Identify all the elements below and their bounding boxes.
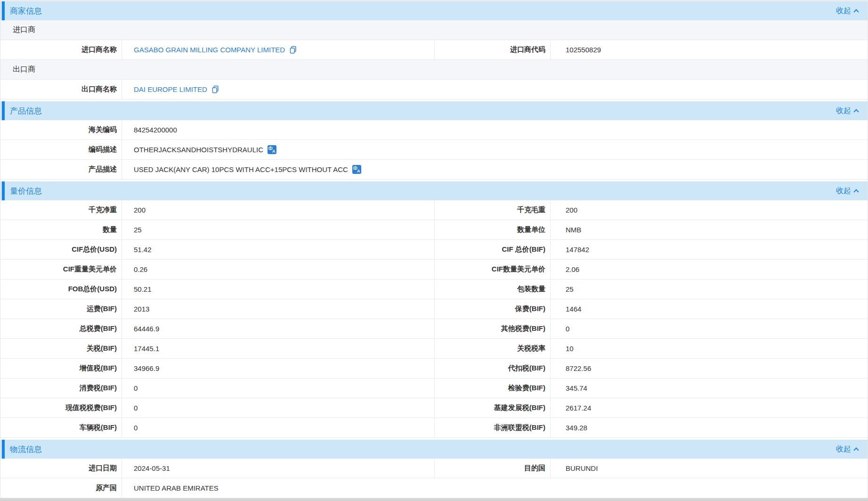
row-value-right: 200 [551, 200, 868, 220]
exporter-name-cell: DAI EUROPE LIMITED [122, 80, 868, 99]
product-desc-cell: USED JACK(ANY CAR) 10PCS WITH ACC+15PCS … [122, 160, 868, 179]
row-value-right: 2.06 [551, 260, 868, 279]
row-label-right: 基建发展税(BIF) [435, 398, 551, 418]
row-label-right: 关税税率 [435, 339, 551, 358]
import-date-value: 2024-05-31 [122, 459, 435, 478]
collapse-label: 收起 [836, 444, 851, 454]
importer-name-cell: GASABO GRAIN MILLING COMPANY LIMITED [122, 40, 435, 59]
section-price: 量价信息 收起 千克净重 200 千克毛重 200 数量 25 数量单位 NMB… [0, 181, 868, 438]
row-value-right: 10 [551, 339, 868, 358]
row-label-left: 车辆税(BIF) [0, 418, 122, 437]
section-logistics: 物流信息 收起 进口日期 2024-05-31 目的国 BURUNDI 原产国 … [0, 440, 868, 498]
collapse-label: 收起 [836, 6, 851, 16]
collapse-toggle-price[interactable]: 收起 [836, 186, 868, 196]
product-desc-label: 产品描述 [0, 160, 122, 179]
hs-code-label: 海关编码 [0, 120, 122, 140]
row-label-left: 消费税(BIF) [0, 378, 122, 398]
row-value-right: 147842 [551, 240, 868, 259]
row-value-left: 2013 [122, 299, 435, 319]
origin-country-label: 原产国 [0, 478, 122, 498]
section-accent-bar [2, 181, 5, 200]
table-row: 总税费(BIF) 64446.9 其他税费(BIF) 0 [0, 319, 868, 339]
row-value-right: 345.74 [551, 378, 868, 398]
row-value-right: 25 [551, 279, 868, 299]
merchant-section-header: 商家信息 收起 [0, 1, 868, 20]
translate-icon[interactable]: A [352, 165, 361, 174]
row-value-left: 25 [122, 220, 435, 239]
table-row: 进口日期 2024-05-31 目的国 BURUNDI [0, 459, 868, 478]
section-accent-bar [2, 440, 5, 459]
trade-record-page: 商家信息 收起 进口商 进口商名称 GASABO GRAIN MILLING C… [0, 0, 868, 501]
row-label-left: 数量 [0, 220, 122, 239]
row-value-right: 8722.56 [551, 359, 868, 378]
row-label-right: 代扣税(BIF) [435, 359, 551, 378]
row-value-left: 51.42 [122, 240, 435, 259]
collapse-label: 收起 [836, 106, 851, 116]
row-label-right: 检验费(BIF) [435, 378, 551, 398]
section-title: 物流信息 [10, 444, 42, 455]
row-label-right: 包装数量 [435, 279, 551, 299]
table-row: 海关编码 84254200000 [0, 120, 868, 140]
row-value-left: 0 [122, 378, 435, 398]
row-value-left: 50.21 [122, 279, 435, 299]
row-value-left: 34966.9 [122, 359, 435, 378]
importer-group-subheader: 进口商 [0, 20, 868, 40]
exporter-name-link[interactable]: DAI EUROPE LIMITED [134, 85, 207, 93]
row-value-right: 2617.24 [551, 398, 868, 418]
copy-icon[interactable] [289, 46, 297, 54]
copy-icon[interactable] [211, 85, 219, 93]
chevron-up-icon [853, 9, 859, 14]
row-label-right: CIF数量美元单价 [435, 260, 551, 279]
price-section-header: 量价信息 收起 [0, 181, 868, 200]
svg-text:A: A [357, 169, 360, 173]
table-row: CIF总价(USD) 51.42 CIF 总价(BIF) 147842 [0, 240, 868, 260]
trade-record-panel: 商家信息 收起 进口商 进口商名称 GASABO GRAIN MILLING C… [0, 1, 868, 498]
row-label-right: CIF 总价(BIF) [435, 240, 551, 259]
import-date-label: 进口日期 [0, 459, 122, 478]
row-value-left: 0 [122, 398, 435, 418]
row-label-right: 非洲联盟税(BIF) [435, 418, 551, 437]
chevron-up-icon [853, 109, 859, 114]
row-label-right: 数量单位 [435, 220, 551, 239]
table-row: 数量 25 数量单位 NMB [0, 220, 868, 240]
collapse-toggle-merchant[interactable]: 收起 [836, 6, 868, 16]
row-label-left: 总税费(BIF) [0, 319, 122, 338]
exporter-group-subheader: 出口商 [0, 60, 868, 80]
importer-name-link[interactable]: GASABO GRAIN MILLING COMPANY LIMITED [134, 46, 285, 54]
importer-code-label: 进口商代码 [435, 40, 551, 59]
row-label-right: 保费(BIF) [435, 299, 551, 319]
importer-code-value: 102550829 [551, 40, 868, 59]
importer-name-label: 进口商名称 [0, 40, 122, 59]
row-label-left: CIF总价(USD) [0, 240, 122, 259]
collapse-toggle-product[interactable]: 收起 [836, 106, 868, 116]
table-row: 车辆税(BIF) 0 非洲联盟税(BIF) 349.28 [0, 418, 868, 438]
dest-country-label: 目的国 [435, 459, 551, 478]
collapse-label: 收起 [836, 186, 851, 196]
table-row: 千克净重 200 千克毛重 200 [0, 200, 868, 220]
code-desc-label: 编码描述 [0, 140, 122, 159]
table-row: 产品描述 USED JACK(ANY CAR) 10PCS WITH ACC+1… [0, 160, 868, 180]
row-value-right: 0 [551, 319, 868, 338]
row-value-left: 200 [122, 200, 435, 220]
row-value-left: 64446.9 [122, 319, 435, 338]
code-desc-value: OTHERJACKSANDHOISTSHYDRAULIC [134, 146, 263, 154]
translate-icon[interactable]: A [268, 145, 276, 154]
product-desc-value: USED JACK(ANY CAR) 10PCS WITH ACC+15PCS … [134, 165, 348, 173]
table-row: 运费(BIF) 2013 保费(BIF) 1464 [0, 299, 868, 319]
section-title: 量价信息 [10, 186, 42, 197]
table-row: 进口商名称 GASABO GRAIN MILLING COMPANY LIMIT… [0, 40, 868, 60]
collapse-toggle-logistics[interactable]: 收起 [836, 444, 868, 454]
table-row: CIF重量美元单价 0.26 CIF数量美元单价 2.06 [0, 260, 868, 279]
table-row: 现值税税费(BIF) 0 基建发展税(BIF) 2617.24 [0, 398, 868, 418]
horizontal-scrollbar[interactable] [0, 498, 868, 501]
section-merchant: 商家信息 收起 进口商 进口商名称 GASABO GRAIN MILLING C… [0, 1, 868, 99]
chevron-up-icon [853, 189, 859, 194]
chevron-up-icon [853, 447, 859, 452]
row-value-right: 349.28 [551, 418, 868, 437]
row-label-left: 关税(BIF) [0, 339, 122, 358]
hs-code-value: 84254200000 [122, 120, 868, 140]
section-title: 产品信息 [10, 106, 42, 116]
row-value-right: 1464 [551, 299, 868, 319]
origin-country-value: UNITED ARAB EMIRATES [122, 478, 868, 498]
table-row: 编码描述 OTHERJACKSANDHOISTSHYDRAULIC A [0, 140, 868, 160]
